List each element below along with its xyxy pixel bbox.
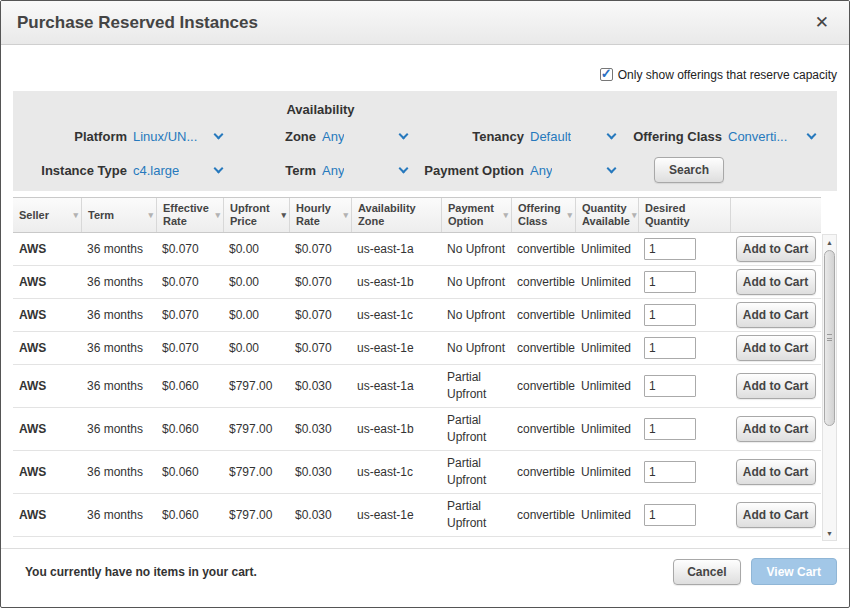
cell-effective-rate: $0.070 — [156, 237, 223, 262]
cell-hourly-rate: $0.070 — [289, 303, 351, 328]
platform-label: Platform — [27, 129, 127, 144]
col-header-hourly-rate[interactable]: Hourly Rate▾ — [289, 198, 351, 232]
reserve-capacity-label: Only show offerings that reserve capacit… — [618, 68, 837, 82]
chevron-down-icon — [607, 164, 617, 174]
add-to-cart-button[interactable]: Add to Cart — [736, 502, 816, 528]
platform-dropdown[interactable]: Linux/UN... — [133, 129, 225, 144]
add-to-cart-button[interactable]: Add to Cart — [736, 416, 816, 442]
instance-type-dropdown[interactable]: c4.large — [133, 163, 225, 178]
cell-quantity-available: Unlimited — [575, 336, 638, 361]
partial-row: Add to Cart — [13, 537, 821, 540]
cancel-button[interactable]: Cancel — [673, 559, 740, 585]
desired-quantity-input[interactable] — [644, 337, 696, 359]
col-header-payment-option[interactable]: Payment Option▾ — [441, 198, 511, 232]
cell-availability-zone: us-east-1a — [351, 374, 441, 399]
cell-hourly-rate: $0.070 — [289, 336, 351, 361]
table-header-row: Seller▾ Term▾ Effective Rate▾ Upfront Pr… — [13, 197, 821, 233]
cell-offering-class: convertible — [511, 237, 575, 262]
term-label: Term — [231, 163, 316, 178]
zone-dropdown[interactable]: Any — [322, 129, 410, 144]
cell-quantity-available: Unlimited — [575, 303, 638, 328]
cell-availability-zone: us-east-1e — [351, 336, 441, 361]
col-header-upfront-price[interactable]: Upfront Price▾ — [223, 198, 289, 232]
cell-effective-rate: $0.070 — [156, 270, 223, 295]
chevron-down-icon — [807, 130, 817, 140]
search-button[interactable]: Search — [654, 157, 724, 183]
desired-quantity-input[interactable] — [644, 461, 696, 483]
view-cart-button[interactable]: View Cart — [751, 558, 837, 585]
cell-availability-zone: us-east-1a — [351, 237, 441, 262]
zone-label: Zone — [231, 129, 316, 144]
cell-seller: AWS — [13, 237, 81, 262]
add-to-cart-button[interactable]: Add to Cart — [736, 269, 816, 295]
col-header-effective-rate[interactable]: Effective Rate▾ — [156, 198, 223, 232]
scroll-up-icon[interactable]: ▲ — [823, 235, 836, 249]
cell-quantity-available: Unlimited — [575, 270, 638, 295]
cell-effective-rate: $0.060 — [156, 417, 223, 442]
add-to-cart-button[interactable]: Add to Cart — [736, 459, 816, 485]
add-to-cart-button[interactable]: Add to Cart — [736, 335, 816, 361]
cell-payment-option: No Upfront — [441, 270, 511, 295]
dialog-body: ✓ Only show offerings that reserve capac… — [1, 45, 849, 607]
cell-offering-class: convertible — [511, 460, 575, 485]
add-to-cart-button[interactable]: Add to Cart — [736, 373, 816, 399]
desired-quantity-input[interactable] — [644, 504, 696, 526]
payment-option-dropdown[interactable]: Any — [530, 163, 618, 178]
offering-class-dropdown[interactable]: Converti... — [728, 129, 818, 144]
close-icon[interactable]: ✕ — [811, 12, 833, 33]
sort-icon: ▾ — [501, 209, 508, 222]
col-header-actions — [730, 198, 821, 232]
desired-quantity-input[interactable] — [644, 238, 696, 260]
table-row: AWS 36 months $0.060 $797.00 $0.030 us-e… — [13, 365, 821, 408]
cell-hourly-rate: $0.070 — [289, 237, 351, 262]
sort-icon: ▾ — [213, 209, 220, 222]
add-to-cart-button[interactable]: Add to Cart — [736, 236, 816, 262]
chevron-down-icon — [214, 130, 224, 140]
cell-availability-zone: us-east-1c — [351, 303, 441, 328]
scroll-down-icon[interactable]: ▼ — [823, 526, 836, 540]
cell-payment-option: No Upfront — [441, 303, 511, 328]
add-to-cart-button[interactable]: Add to Cart — [736, 302, 816, 328]
desired-quantity-input[interactable] — [644, 418, 696, 440]
scrollbar-thumb[interactable] — [824, 250, 835, 426]
sort-icon: ▾ — [565, 209, 572, 222]
col-header-offering-class[interactable]: Offering Class▾ — [511, 198, 575, 232]
cell-seller: AWS — [13, 417, 81, 442]
cell-term: 36 months — [81, 374, 156, 399]
tenancy-label: Tenancy — [416, 129, 524, 144]
desired-quantity-input[interactable] — [644, 375, 696, 397]
dialog-footer: You currently have no items in your cart… — [1, 548, 849, 585]
scrollbar-track[interactable] — [823, 249, 836, 526]
cell-term: 36 months — [81, 237, 156, 262]
sort-icon: ▾ — [279, 209, 286, 222]
cell-effective-rate: $0.070 — [156, 303, 223, 328]
table-scrollbar[interactable]: ▲ ▼ — [822, 234, 837, 541]
cell-seller: AWS — [13, 336, 81, 361]
cell-upfront-price: $0.00 — [223, 303, 289, 328]
cell-upfront-price: $0.00 — [223, 237, 289, 262]
table-body: AWS 36 months $0.070 $0.00 $0.070 us-eas… — [13, 233, 821, 540]
col-header-term[interactable]: Term▾ — [81, 198, 156, 232]
reserve-capacity-option: ✓ Only show offerings that reserve capac… — [13, 67, 837, 82]
cell-term: 36 months — [81, 417, 156, 442]
cell-hourly-rate: $0.030 — [289, 503, 351, 528]
cell-hourly-rate: $0.030 — [289, 460, 351, 485]
cell-hourly-rate: $0.030 — [289, 417, 351, 442]
cell-quantity-available: Unlimited — [575, 417, 638, 442]
col-header-quantity-available[interactable]: Quantity Available▾ — [575, 198, 638, 232]
cell-payment-option: No Upfront — [441, 237, 511, 262]
table-row: AWS 36 months $0.060 $797.00 $0.030 us-e… — [13, 408, 821, 451]
dialog-title: Purchase Reserved Instances — [17, 13, 258, 33]
purchase-reserved-instances-dialog: Purchase Reserved Instances ✕ ✓ Only sho… — [0, 0, 850, 608]
desired-quantity-input[interactable] — [644, 271, 696, 293]
reserve-capacity-checkbox[interactable]: ✓ — [600, 68, 613, 81]
desired-quantity-input[interactable] — [644, 304, 696, 326]
filter-panel: Availability Platform Linux/UN... Zone A… — [13, 91, 837, 191]
sort-icon: ▾ — [341, 209, 348, 222]
col-header-seller[interactable]: Seller▾ — [13, 198, 81, 232]
tenancy-dropdown[interactable]: Default — [530, 129, 618, 144]
term-dropdown[interactable]: Any — [322, 163, 410, 178]
cell-seller: AWS — [13, 503, 81, 528]
col-header-desired-quantity: Desired Quantity — [638, 198, 730, 232]
sort-icon: ▾ — [146, 209, 153, 222]
